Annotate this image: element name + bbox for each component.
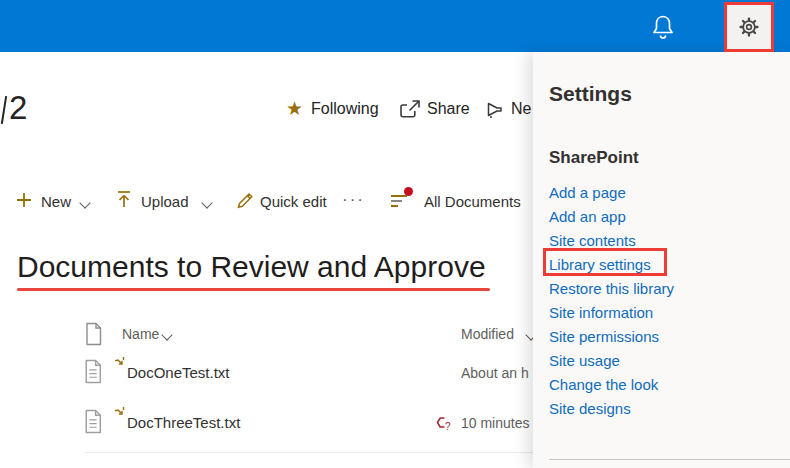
more-commands-button[interactable]: ···	[342, 190, 365, 210]
view-selector-button[interactable]: All Documents	[424, 193, 521, 210]
file-modified-value: About an h	[461, 365, 529, 381]
share-icon[interactable]	[399, 99, 421, 119]
settings-link-add-an-app[interactable]: Add an app	[549, 208, 626, 225]
quick-edit-button[interactable]: Quick edit	[260, 193, 327, 210]
following-star-icon[interactable]: ★	[286, 97, 303, 120]
text-file-icon	[83, 359, 103, 384]
required-info-tag-icon[interactable]: ?	[436, 416, 453, 432]
name-chevron-down-icon[interactable]	[161, 329, 172, 340]
suite-bar	[0, 0, 790, 52]
news-megaphone-icon[interactable]	[482, 101, 504, 119]
view-notification-badge	[404, 187, 413, 196]
upload-button[interactable]: Upload	[141, 193, 189, 210]
new-button[interactable]: New	[41, 193, 71, 210]
column-header-name[interactable]: Name	[122, 326, 159, 342]
file-modified-value: 10 minutes	[461, 415, 529, 431]
settings-gear-icon[interactable]	[738, 16, 760, 38]
file-name-link[interactable]: DocOneTest.txt	[127, 364, 230, 381]
settings-link-add-a-page[interactable]: Add a page	[549, 184, 626, 201]
file-name-link[interactable]: DocThreeTest.txt	[127, 414, 240, 431]
annotation-underline-title	[17, 288, 490, 291]
settings-link-site-usage[interactable]: Site usage	[549, 352, 620, 369]
svg-text:?: ?	[445, 421, 451, 432]
settings-link-site-information[interactable]: Site information	[549, 304, 653, 321]
panel-divider	[549, 459, 790, 460]
pencil-icon[interactable]	[236, 192, 254, 210]
annotation-box-gear	[724, 2, 774, 52]
page-title: Documents to Review and Approve	[17, 250, 486, 284]
new-item-sparkle-icon	[114, 406, 126, 419]
share-button[interactable]: Share	[427, 100, 470, 118]
annotation-box-library-settings	[543, 248, 667, 276]
file-type-column-icon	[84, 322, 103, 346]
settings-link-restore-this-library[interactable]: Restore this library	[549, 280, 674, 297]
settings-link-site-permissions[interactable]: Site permissions	[549, 328, 659, 345]
settings-link-site-contents[interactable]: Site contents	[549, 232, 636, 249]
view-sort-icon[interactable]	[390, 194, 409, 208]
upload-icon[interactable]	[116, 190, 132, 209]
text-file-icon	[83, 409, 103, 434]
settings-section-sharepoint: SharePoint	[549, 148, 639, 168]
news-button[interactable]: Ne	[511, 100, 531, 118]
settings-panel: Settings SharePoint Add a page Add an ap…	[533, 52, 790, 468]
table-row-divider	[84, 452, 533, 453]
site-title-partial-glyph	[1, 96, 7, 124]
following-button[interactable]: Following	[311, 100, 379, 118]
site-title-partial: 2	[9, 90, 27, 126]
sharepoint-screen: 2 ★ Following Share Ne	[0, 0, 790, 468]
notifications-bell-icon[interactable]	[651, 13, 675, 40]
plus-icon[interactable]	[16, 192, 32, 208]
column-header-modified[interactable]: Modified	[461, 326, 514, 342]
settings-link-site-designs[interactable]: Site designs	[549, 400, 631, 417]
settings-link-change-the-look[interactable]: Change the look	[549, 376, 658, 393]
new-chevron-down-icon[interactable]	[79, 197, 90, 208]
settings-panel-title: Settings	[549, 82, 632, 106]
new-item-sparkle-icon	[114, 356, 126, 369]
upload-chevron-down-icon[interactable]	[201, 197, 212, 208]
